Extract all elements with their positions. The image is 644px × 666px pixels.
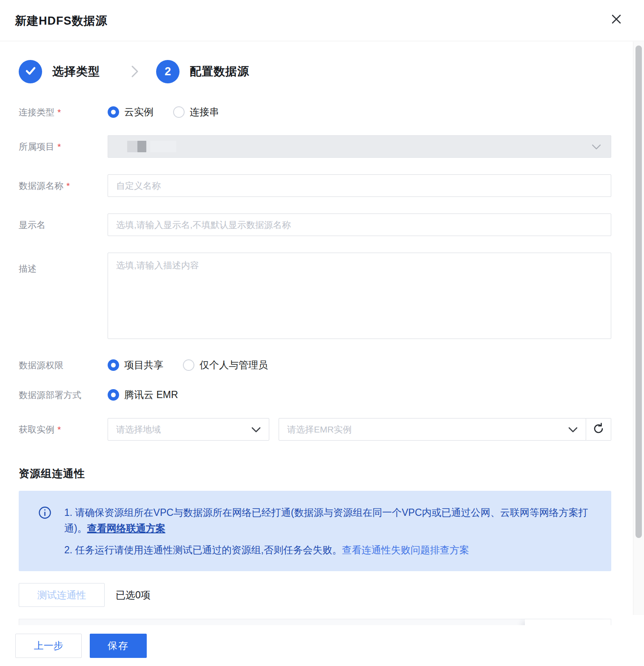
chevron-down-icon <box>568 427 578 435</box>
info-icon <box>38 506 51 558</box>
region-placeholder: 请选择地域 <box>116 424 161 435</box>
dialog-header: 新建HDFS数据源 <box>0 0 644 41</box>
description-label: 描述 <box>19 253 108 275</box>
notice-item-2: 2. 任务运行请使用连通性测试已通过的资源组,否则任务会失败。查看连通性失败问题… <box>64 542 594 558</box>
check-icon <box>24 64 37 79</box>
deployment-label: 数据源部署方式 <box>19 389 108 401</box>
required-mark: * <box>57 424 61 435</box>
dialog-title: 新建HDFS数据源 <box>15 13 108 28</box>
step2-number: 2 <box>165 65 171 78</box>
redacted-text-block <box>150 141 176 152</box>
radio-selected-icon <box>108 106 119 118</box>
display-name-row: 显示名 <box>19 213 611 236</box>
instance-label: 获取实例* <box>19 424 108 435</box>
connection-type-label: 连接类型* <box>19 106 108 118</box>
step2-circle: 2 <box>156 60 180 83</box>
step1-circle <box>19 60 42 83</box>
description-textarea[interactable] <box>108 253 611 339</box>
action-column-fixed: 操作 <box>525 619 611 625</box>
previous-step-button[interactable]: 上一步 <box>15 634 82 658</box>
radio-cloud-instance[interactable]: 云实例 <box>108 105 154 119</box>
test-connectivity-row: 测试连通性 已选0项 <box>19 583 633 607</box>
emr-instance-placeholder: 请选择EMR实例 <box>287 424 352 435</box>
close-icon <box>610 13 622 27</box>
required-mark: * <box>57 107 61 117</box>
datasource-name-label: 数据源名称* <box>19 180 108 192</box>
resource-group-table: 资源组名称 资源组类型 连通状态 测试完成时间 操作 <box>19 619 611 625</box>
refresh-icon <box>592 422 605 437</box>
scrollbar-thumb[interactable] <box>635 46 642 538</box>
connection-type-row: 连接类型* 云实例 连接串 <box>19 105 611 119</box>
radio-unselected-icon <box>183 359 194 371</box>
connectivity-notice: 1. 请确保资源组所在VPC与数据源所在网络已经打通(数据源与资源组在同一个VP… <box>19 491 611 571</box>
region-select[interactable]: 请选择地域 <box>108 418 269 441</box>
view-network-plan-link[interactable]: 查看网络联通方案 <box>87 523 165 534</box>
radio-selected-icon <box>108 389 119 401</box>
refresh-instances-button[interactable] <box>586 418 611 441</box>
new-hdfs-datasource-dialog: 新建HDFS数据源 选择类型 2 配置数据源 <box>0 0 644 666</box>
step2-label: 配置数据源 <box>190 64 249 79</box>
radio-project-shared[interactable]: 项目共享 <box>108 359 163 372</box>
dialog-footer: 上一步 保存 <box>0 625 644 666</box>
chevron-down-icon <box>251 427 261 435</box>
datasource-form: 连接类型* 云实例 连接串 所属项目* <box>0 105 633 441</box>
connectivity-section-title: 资源组连通性 <box>19 467 633 481</box>
project-select-disabled <box>108 135 611 158</box>
step-arrow-icon <box>131 65 139 78</box>
test-connectivity-button[interactable]: 测试连通性 <box>19 583 105 607</box>
save-button[interactable]: 保存 <box>90 634 147 658</box>
radio-personal-admin[interactable]: 仅个人与管理员 <box>183 359 268 372</box>
redacted-text-block <box>137 141 146 152</box>
chevron-down-icon <box>591 144 601 152</box>
datasource-name-input[interactable] <box>108 174 611 197</box>
deployment-row: 数据源部署方式 腾讯云 EMR <box>19 388 611 401</box>
dialog-body: 选择类型 2 配置数据源 连接类型* 云实例 <box>0 42 633 625</box>
project-row: 所属项目* <box>19 135 611 158</box>
project-label: 所属项目* <box>19 141 108 153</box>
view-troubleshoot-link[interactable]: 查看连通性失败问题排查方案 <box>342 544 469 555</box>
close-button[interactable] <box>610 13 623 27</box>
table-header-row: 资源组名称 资源组类型 连通状态 测试完成时间 操作 <box>19 619 611 625</box>
description-row: 描述 <box>19 253 611 339</box>
emr-instance-select[interactable]: 请选择EMR实例 <box>279 418 586 441</box>
radio-selected-icon <box>108 359 119 371</box>
radio-connection-string[interactable]: 连接串 <box>173 105 219 119</box>
scrollbar-track[interactable] <box>633 42 644 615</box>
datasource-name-row: 数据源名称* <box>19 174 611 197</box>
selected-count: 已选0项 <box>116 589 151 602</box>
required-mark: * <box>57 142 61 152</box>
instance-row: 获取实例* 请选择地域 请选择EMR实例 <box>19 418 611 441</box>
radio-unselected-icon <box>173 106 185 118</box>
permission-row: 数据源权限 项目共享 仅个人与管理员 <box>19 359 611 372</box>
step-indicator: 选择类型 2 配置数据源 <box>19 60 633 83</box>
notice-item-1: 1. 请确保资源组所在VPC与数据源所在网络已经打通(数据源与资源组在同一个VP… <box>64 505 594 536</box>
redacted-text-block <box>127 141 137 152</box>
permission-label: 数据源权限 <box>19 359 108 371</box>
required-mark: * <box>66 181 70 191</box>
display-name-label: 显示名 <box>19 219 108 231</box>
radio-tencent-emr[interactable]: 腾讯云 EMR <box>108 388 178 401</box>
step1-label: 选择类型 <box>52 64 100 79</box>
display-name-input[interactable] <box>108 213 611 236</box>
